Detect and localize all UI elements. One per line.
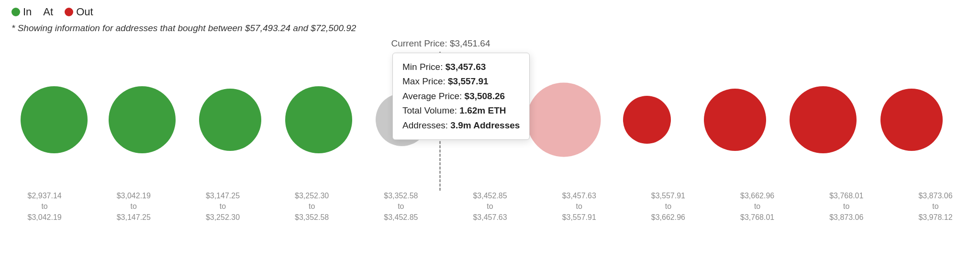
legend-at: At	[43, 6, 53, 18]
bubble-b10[interactable]	[790, 86, 857, 153]
x-label-3: $3,252.30to$3,352.58	[267, 191, 356, 223]
x-label-5: $3,452.85to$3,457.63	[445, 191, 535, 223]
tooltip-avg-price: Average Price: $3,508.26	[402, 89, 520, 103]
legend-in: In	[11, 6, 32, 18]
bubble-b4[interactable]	[285, 86, 352, 153]
bubble-b9[interactable]	[704, 89, 766, 151]
x-axis: $2,937.14to$3,042.19$3,042.19to$3,147.25…	[0, 187, 980, 220]
legend-dot-in	[11, 8, 20, 16]
legend-label-in: In	[23, 6, 32, 18]
legend-dot-out	[65, 8, 73, 16]
x-label-8: $3,662.96to$3,768.01	[713, 191, 802, 223]
x-label-4: $3,352.58to$3,452.85	[356, 191, 445, 223]
x-label-7: $3,557.91to$3,662.96	[624, 191, 713, 223]
current-price-text: Current Price: $3,451.64	[391, 38, 490, 49]
x-label-0: $2,937.14to$3,042.19	[0, 191, 89, 223]
legend: In At Out	[0, 0, 980, 20]
legend-out: Out	[65, 6, 93, 18]
bubble-b3[interactable]	[199, 89, 261, 151]
legend-label-out: Out	[76, 6, 93, 18]
legend-label-at: At	[43, 6, 53, 18]
x-label-2: $3,147.25to$3,252.30	[178, 191, 267, 223]
tooltip-total-vol: Total Volume: 1.62m ETH	[402, 103, 520, 118]
bubble-b8[interactable]	[623, 96, 671, 144]
tooltip-max-price: Max Price: $3,557.91	[402, 74, 520, 89]
tooltip: Min Price: $3,457.63 Max Price: $3,557.9…	[392, 53, 530, 140]
x-label-9: $3,768.01to$3,873.06	[802, 191, 891, 223]
bubble-b1[interactable]	[21, 86, 88, 153]
bubble-b11[interactable]	[880, 89, 943, 151]
subtitle: * Showing information for addresses that…	[0, 20, 980, 34]
chart-area: Current Price: $3,451.64 Min Price: $3,4…	[0, 38, 980, 220]
bubble-b2[interactable]	[109, 86, 176, 153]
tooltip-min-price: Min Price: $3,457.63	[402, 60, 520, 74]
x-label-6: $3,457.63to$3,557.91	[535, 191, 624, 223]
tooltip-addresses: Addresses: 3.9m Addresses	[402, 118, 520, 133]
x-label-10: $3,873.06to$3,978.12	[891, 191, 980, 223]
x-label-1: $3,042.19to$3,147.25	[89, 191, 178, 223]
bubble-b7[interactable]	[526, 83, 601, 157]
